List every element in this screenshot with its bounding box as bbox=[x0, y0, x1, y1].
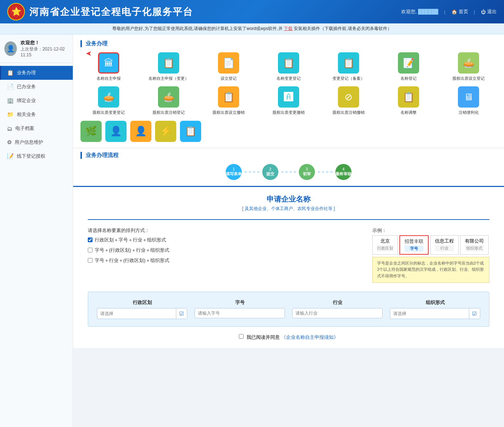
biz-name-change[interactable]: 📋 名称变更登记 bbox=[260, 52, 317, 81]
example-tile-region: 北京 行政区划 bbox=[372, 235, 398, 255]
sidebar-item-related[interactable]: 📁 相关业务 bbox=[0, 108, 73, 121]
sidebar-item-offline[interactable]: 📝 线下登记授权 bbox=[0, 149, 73, 163]
biz-equity-change[interactable]: 🥧 股权出质变更登记 bbox=[80, 86, 137, 115]
user-info: 欢迎您！ 上次登录：2021-12-02 11:15 bbox=[20, 40, 68, 57]
biz-setup[interactable]: 📄 设立登记 bbox=[200, 52, 257, 81]
site-title: 河南省企业登记全程电子化服务平台 bbox=[29, 5, 193, 18]
biz-equity-cancel2[interactable]: ⊘ 股权出质注销撤销 bbox=[320, 86, 377, 115]
r3-2-icon: 👤 bbox=[105, 121, 127, 142]
sidebar-item-bind[interactable]: 🏢 绑定企业 bbox=[0, 94, 73, 108]
step-arrow-3 bbox=[318, 172, 332, 172]
equity-pledge2-icon: 📋 bbox=[218, 86, 239, 108]
sidebar-item-archive[interactable]: 🗂 电子档案 bbox=[0, 121, 73, 135]
sidebar: 👤 欢迎您！ 上次登录：2021-12-02 11:15 📋 业务办理 📄 已办… bbox=[0, 34, 73, 427]
field-industry-label: 行业 bbox=[292, 299, 383, 306]
sidebar-user: 👤 欢迎您！ 上次登录：2021-12-02 11:15 bbox=[0, 34, 73, 63]
example-box: 示例： 北京 行政区划 招普丰联 字号 信息工程 行业 bbox=[372, 227, 489, 283]
biz-name-self-change[interactable]: 📋 名称自主申报（变更） bbox=[140, 52, 197, 81]
content-area: 业务办理 ➤ 🏛 名称自主申报 📋 名称自主申报（变更） 📄 设立登记 bbox=[73, 34, 504, 427]
biz-cancel-easy[interactable]: 🖥 注销便利化 bbox=[440, 86, 497, 115]
biz-name-adjust[interactable]: 📋 名称调整 bbox=[380, 86, 437, 115]
apply-subtitle-link[interactable]: [ 及其他企业、个体工商户、农民专业合作社等 ] bbox=[242, 206, 335, 211]
name-register-icon: 📝 bbox=[398, 52, 419, 74]
equity-change-icon: 🥧 bbox=[98, 86, 119, 108]
avatar: 👤 bbox=[4, 41, 17, 56]
field-region-label: 行政区划 bbox=[97, 299, 187, 306]
sort-checkbox-3[interactable] bbox=[88, 258, 93, 263]
business-icon: 📋 bbox=[7, 70, 14, 76]
field-industry: 行业 bbox=[292, 299, 383, 319]
equity-cancel-icon: 🥧 bbox=[158, 86, 179, 108]
org-select-btn[interactable]: ☑ bbox=[469, 308, 480, 319]
name-self-change-label: 名称自主申报（变更） bbox=[148, 76, 189, 81]
name-self-change-icon: 📋 bbox=[158, 52, 179, 74]
r3-3-icon: 👤 bbox=[130, 121, 151, 142]
agreement-checkbox[interactable] bbox=[239, 334, 244, 339]
step-circle-2: 2 提交 bbox=[262, 164, 278, 180]
setup-label: 设立登记 bbox=[221, 76, 237, 81]
equity-cancel2-label: 股权出质注销撤销 bbox=[332, 110, 365, 115]
sidebar-item-offline-label: 线下登记授权 bbox=[17, 153, 45, 160]
field-name: 字号 bbox=[195, 299, 285, 319]
r3-4-icon: ⚡ bbox=[155, 121, 176, 142]
sidebar-item-related-label: 相关业务 bbox=[17, 111, 36, 118]
region-input[interactable] bbox=[97, 309, 176, 318]
biz-equity-cancel[interactable]: 🥧 股权出质注销登记 bbox=[140, 86, 197, 115]
header-logo: ⭐ 河南省企业登记全程电子化服务平台 bbox=[7, 3, 193, 20]
sidebar-item-business[interactable]: 📋 业务办理 bbox=[0, 66, 73, 80]
equity-pledge2-label: 股权出质设立撤销 bbox=[212, 110, 245, 115]
biz-r3-1[interactable]: 🌿 bbox=[80, 121, 102, 142]
nav-divider2: | bbox=[474, 9, 475, 15]
sort-checkbox-2[interactable] bbox=[88, 248, 93, 252]
step-circle-3: 3 初审 bbox=[299, 164, 315, 180]
flow-steps: 1 填写表单 2 提交 3 初审 bbox=[80, 164, 497, 180]
step-arrow-2 bbox=[281, 172, 296, 172]
biz-grid-row1: 🏛 名称自主申报 📋 名称自主申报（变更） 📄 设立登记 📋 名称变更登记 📋 bbox=[80, 52, 497, 81]
sort-checkbox-1[interactable] bbox=[88, 237, 93, 242]
setup-icon: 📄 bbox=[218, 52, 239, 74]
step-arrow-1 bbox=[245, 172, 259, 172]
org-input[interactable] bbox=[390, 309, 469, 318]
sidebar-item-done[interactable]: 📄 已办业务 bbox=[0, 80, 73, 94]
industry-input[interactable] bbox=[293, 308, 382, 318]
biz-change-record[interactable]: 📋 变更登记（备案） bbox=[320, 52, 377, 81]
field-org-label: 组织形式 bbox=[390, 299, 480, 306]
download-link[interactable]: 下载 bbox=[284, 26, 293, 31]
field-org: 组织形式 ☑ bbox=[390, 299, 480, 319]
biz-r3-3[interactable]: 👤 bbox=[130, 121, 151, 142]
example-tile-name: 招普丰联 字号 bbox=[399, 235, 429, 255]
archive-icon: 🗂 bbox=[7, 126, 12, 132]
business-section: 业务办理 ➤ 🏛 名称自主申报 📋 名称自主申报（变更） 📄 设立登记 bbox=[73, 34, 504, 148]
biz-name-register[interactable]: 📝 名称登记 bbox=[380, 52, 437, 81]
name-input[interactable] bbox=[195, 308, 285, 318]
field-industry-input bbox=[292, 308, 383, 318]
fields-section: 行政区划 ☑ 字号 行业 bbox=[88, 292, 489, 327]
offline-icon: 📝 bbox=[7, 153, 14, 160]
sort-option-2[interactable]: 字号＋(行政区划)＋行业＋组织形式 bbox=[88, 247, 169, 254]
biz-equity-pledge2[interactable]: 📋 股权出质设立撤销 bbox=[200, 86, 257, 115]
agreement-row: 我已阅读并同意 《企业名称自主申报须知》 bbox=[88, 334, 489, 341]
name-register-label: 名称登记 bbox=[400, 76, 417, 81]
region-select-btn[interactable]: ☑ bbox=[176, 308, 187, 319]
biz-r3-5[interactable]: 📋 bbox=[180, 121, 201, 142]
example-label: 示例： bbox=[372, 227, 387, 234]
apply-subtitle: [ 及其他企业、个体工商户、农民专业合作社等 ] bbox=[88, 206, 489, 212]
biz-equity-change2[interactable]: 🅰 股权出质变更撤销 bbox=[260, 86, 317, 115]
business-section-title: 业务办理 bbox=[80, 40, 497, 47]
name-self-icon: 🏛 bbox=[98, 52, 119, 74]
biz-r3-2[interactable]: 👤 bbox=[105, 121, 127, 142]
agreement-link[interactable]: 《企业名称自主申报须知》 bbox=[281, 334, 338, 340]
example-tile-org: 有限公司 组织形式 bbox=[460, 235, 489, 255]
sort-option-1[interactable]: 行政区划＋字号＋行业＋组织形式 bbox=[88, 237, 169, 243]
logout-link[interactable]: ⏻ 退出 bbox=[481, 8, 497, 15]
home-link[interactable]: 🏠 首页 bbox=[451, 8, 468, 15]
step-circle-1: 1 填写表单 bbox=[226, 164, 242, 180]
biz-r3-4[interactable]: ⚡ bbox=[155, 121, 176, 142]
sidebar-item-user[interactable]: ⚙ 用户信息维护 bbox=[0, 135, 73, 149]
biz-equity-pledge[interactable]: 🥧 股权出质设立登记 bbox=[440, 52, 497, 81]
r3-5-icon: 📋 bbox=[180, 121, 201, 142]
main-layout: 👤 欢迎您！ 上次登录：2021-12-02 11:15 📋 业务办理 📄 已办… bbox=[0, 34, 504, 427]
sort-option-3[interactable]: 字号＋行业＋(行政区划)＋组织形式 bbox=[88, 257, 169, 264]
example-tiles: 北京 行政区划 招普丰联 字号 信息工程 行业 有限公司 bbox=[372, 235, 489, 255]
bind-icon: 🏢 bbox=[7, 97, 14, 104]
